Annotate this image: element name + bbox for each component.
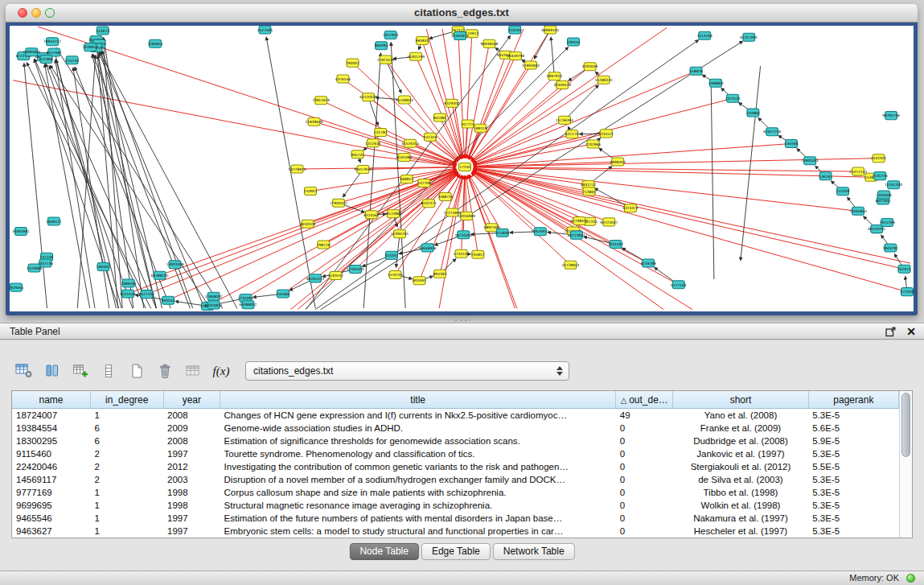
table-row[interactable]: 2242004622012Investigating the contribut… (12, 460, 899, 473)
column-header-in_degree[interactable]: in_degree (91, 391, 164, 409)
cell-out_degree[interactable]: 49 (616, 409, 673, 422)
cell-year[interactable]: 2009 (163, 422, 220, 435)
cell-short[interactable]: Hescheler et al. (1997) (673, 525, 809, 538)
cell-pagerank[interactable]: 5.3E-5 (808, 409, 898, 422)
cell-out_degree[interactable]: 0 (616, 422, 673, 435)
cell-short[interactable]: Jankovic et al. (1997) (673, 447, 809, 460)
cell-short[interactable]: Stergiakouli et al. (2012) (673, 460, 809, 473)
cell-pagerank[interactable]: 5.3E-5 (808, 512, 898, 525)
tab-network-table[interactable]: Network Table (493, 543, 575, 560)
cell-name[interactable]: 18300295 (12, 435, 91, 447)
cell-year[interactable]: 2003 (163, 473, 220, 486)
cell-in_degree[interactable]: 1 (91, 486, 164, 499)
cell-year[interactable]: 2008 (163, 435, 220, 447)
cell-in_degree[interactable]: 6 (91, 422, 164, 435)
table-row[interactable]: 946554611997Estimation of the future num… (12, 512, 899, 525)
cell-title[interactable]: Genome-wide association studies in ADHD. (220, 422, 616, 435)
cell-out_degree[interactable]: 0 (616, 525, 673, 538)
cell-name[interactable]: 9463627 (12, 525, 91, 538)
column-header-out_degree[interactable]: △ out_de… (616, 391, 673, 409)
table-row[interactable]: 911546021997Tourette syndrome. Phenomeno… (12, 447, 899, 460)
tab-edge-table[interactable]: Edge Table (421, 543, 491, 560)
divider-grip[interactable] (453, 317, 470, 322)
window-titlebar[interactable]: citations_edges.txt (6, 4, 918, 23)
cell-short[interactable]: Yano et al. (2008) (673, 409, 809, 422)
cell-year[interactable]: 2012 (163, 460, 220, 473)
cell-in_degree[interactable]: 1 (91, 499, 164, 512)
cell-year[interactable]: 2008 (163, 409, 220, 422)
cell-pagerank[interactable]: 5.3E-5 (808, 473, 898, 486)
delete-table-icon[interactable] (154, 360, 176, 381)
cell-in_degree[interactable]: 1 (91, 409, 164, 422)
cell-short[interactable]: Tibbo et al. (1998) (673, 486, 809, 499)
window-close-button[interactable] (18, 8, 27, 18)
cell-out_degree[interactable]: 0 (616, 499, 673, 512)
cell-name[interactable]: 9115460 (12, 447, 91, 460)
table-row[interactable]: 1456911722003Disruption of a novel membe… (12, 473, 899, 486)
cell-pagerank[interactable]: 5.5E-5 (808, 460, 898, 473)
cell-short[interactable]: Franke et al. (2009) (673, 422, 809, 435)
column-header-name[interactable]: name (12, 391, 91, 409)
cell-name[interactable]: 14569117 (12, 473, 91, 486)
cell-title[interactable]: Estimation of significance thresholds fo… (220, 435, 616, 447)
import-table-icon[interactable] (182, 360, 204, 381)
cell-out_degree[interactable]: 0 (616, 460, 673, 473)
cell-in_degree[interactable]: 6 (91, 435, 164, 447)
float-panel-icon[interactable] (885, 327, 896, 337)
table-scrollbar[interactable] (899, 391, 912, 538)
cell-out_degree[interactable]: 0 (616, 447, 673, 460)
cell-out_degree[interactable]: 0 (616, 486, 673, 499)
table-row[interactable]: 1872400712008Changes of HCN gene express… (12, 409, 899, 422)
cell-year[interactable]: 1998 (163, 486, 220, 499)
cell-in_degree[interactable]: 2 (91, 460, 164, 473)
window-minimize-button[interactable] (31, 8, 41, 18)
window-zoom-button[interactable] (45, 8, 55, 18)
cell-short[interactable]: Nakamura et al. (1997) (673, 512, 809, 525)
cell-title[interactable]: Corpus callosum shape and size in male p… (220, 486, 616, 499)
cell-in_degree[interactable]: 1 (91, 512, 164, 525)
cell-pagerank[interactable]: 5.6E-5 (808, 422, 898, 435)
scrollbar-thumb[interactable] (901, 393, 910, 457)
cell-pagerank[interactable]: 5.3E-5 (808, 486, 898, 499)
tab-node-table[interactable]: Node Table (349, 543, 419, 560)
cell-out_degree[interactable]: 0 (616, 435, 673, 447)
cell-title[interactable]: Embryonic stem cells: a model to study s… (220, 525, 616, 538)
cell-name[interactable]: 18724007 (12, 409, 91, 422)
cell-title[interactable]: Structural magnetic resonance image aver… (220, 499, 616, 512)
cell-in_degree[interactable]: 2 (91, 447, 164, 460)
cell-pagerank[interactable]: 5.3E-5 (808, 525, 898, 538)
edit-table-icon[interactable] (69, 360, 92, 381)
cell-name[interactable]: 9777169 (12, 486, 91, 499)
function-builder-icon[interactable]: f(x) (210, 360, 232, 381)
cell-name[interactable]: 9465546 (12, 512, 91, 525)
cell-name[interactable]: 22420046 (12, 460, 91, 473)
cell-year[interactable]: 1998 (163, 499, 220, 512)
table-row[interactable]: 1830029562008Estimation of significance … (12, 435, 899, 447)
cell-title[interactable]: Changes of HCN gene expression and I(f) … (220, 409, 616, 422)
new-table-icon[interactable] (125, 360, 148, 381)
cell-title[interactable]: Investigating the contribution of common… (220, 460, 616, 473)
column-header-short[interactable]: short (673, 391, 809, 409)
column-header-pagerank[interactable]: pagerank (808, 391, 898, 409)
cell-in_degree[interactable]: 1 (91, 525, 164, 538)
table-row[interactable]: 946362711997Embryonic stem cells: a mode… (12, 525, 899, 538)
network-graph[interactable]: 6897565430169892727589034887549432471542… (10, 26, 914, 311)
cell-pagerank[interactable]: 5.9E-5 (808, 435, 898, 447)
cell-short[interactable]: Wolkin et al. (1998) (673, 499, 809, 512)
column-header-title[interactable]: title (220, 391, 616, 409)
cell-short[interactable]: Dudbridge et al. (2008) (673, 435, 809, 447)
cell-short[interactable]: de Silva et al. (2003) (673, 473, 809, 486)
row-height-icon[interactable] (97, 360, 120, 381)
cell-title[interactable]: Tourette syndrome. Phenomenology and cla… (220, 447, 616, 460)
cell-title[interactable]: Estimation of the future numbers of pati… (220, 512, 616, 525)
cell-title[interactable]: Disruption of a novel member of a sodium… (220, 473, 616, 486)
column-header-year[interactable]: year (163, 391, 220, 409)
table-row[interactable]: 977716911998Corpus callosum shape and si… (12, 486, 899, 499)
close-panel-icon[interactable]: ✕ (906, 325, 916, 338)
cell-in_degree[interactable]: 2 (91, 473, 164, 486)
table-row[interactable]: 1938455462009Genome-wide association stu… (12, 422, 899, 435)
cell-out_degree[interactable]: 0 (616, 473, 673, 486)
cell-name[interactable]: 19384554 (12, 422, 91, 435)
table-selector-dropdown[interactable]: citations_edges.txt (245, 361, 569, 381)
table-settings-icon[interactable] (13, 360, 35, 381)
